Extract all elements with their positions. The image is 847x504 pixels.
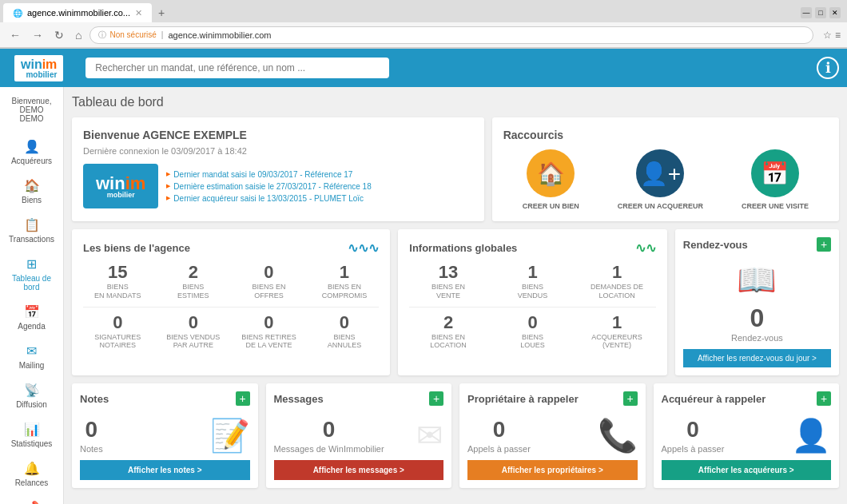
rdv-show-button[interactable]: Afficher les rendez-vous du jour > [683, 349, 831, 367]
infos-title: Informations globales ∿∿ [409, 240, 656, 256]
sidebar-item-biens[interactable]: 🏠 Biens [0, 172, 63, 211]
stat-demandes-location: 1 DEMANDES DELOCATION [578, 264, 656, 300]
logo-area: winim mobilier [8, 52, 70, 85]
acquereur-bg-icon: 👤 [791, 417, 831, 454]
biens-icon: 🏠 [24, 178, 40, 193]
window-controls: — □ ✕ [801, 7, 844, 18]
shortcut-icon-bien: 🏠 [527, 149, 575, 197]
stat-annules: 0 BIENSANNULES [310, 314, 380, 351]
acquereur-show-button[interactable]: Afficher les acquéreurs > [662, 460, 832, 480]
sidebar-item-pige[interactable]: 📌 Pige [0, 494, 63, 504]
shortcut-label-acquereur: CREER UN ACQUEREUR [618, 202, 703, 210]
sidebar-item-relances[interactable]: 🔔 Relances [0, 454, 63, 494]
proprietaire-add-button[interactable]: + [623, 391, 638, 406]
forward-button[interactable]: → [29, 27, 46, 43]
stat-biens-location: 2 BIENS ENLOCATION [409, 314, 487, 351]
stat-biens-vendus: 1 BIENSVENDUS [494, 264, 572, 300]
sidebar-item-acquereurs[interactable]: 👤 Acquéreurs [0, 133, 63, 172]
logo-immo: mobilier [21, 70, 57, 79]
stat-biens-offres: 0 BIENS ENOFFRES [234, 264, 304, 300]
sidebar-item-agenda[interactable]: 📅 Agenda [0, 298, 63, 337]
sidebar-item-mailing[interactable]: ✉ Mailing [0, 337, 63, 376]
messages-show-button[interactable]: Afficher les messages > [274, 460, 444, 480]
proprietaire-number: 0 [467, 417, 531, 442]
acquereur-header: Acquéreur à rappeler + [662, 391, 832, 406]
sidebar-label-mailing: Mailing [19, 361, 45, 370]
notes-bg-icon: 📝 [210, 417, 250, 454]
notes-card: Notes + 0 Notes 📝 Afficher les notes > [72, 383, 258, 488]
diffusion-icon: 📡 [24, 383, 40, 398]
stat-biens-mandats: 15 BIENSEN MANDATS [83, 264, 153, 300]
sidebar-item-statistiques[interactable]: 📊 Statistiques [0, 415, 63, 454]
info-button[interactable]: ℹ [817, 57, 839, 79]
messages-title: Messages [274, 393, 324, 405]
reload-button[interactable]: ↻ [51, 27, 67, 43]
acquereurs-icon: 👤 [24, 139, 40, 154]
back-button[interactable]: ← [6, 27, 24, 43]
acquereur-card: Acquéreur à rappeler + 0 Appels à passer… [654, 383, 840, 488]
shortcut-icon-acquereur: 👤+ [636, 149, 684, 197]
stat-biens-vente: 13 BIENS ENVENTE [409, 264, 487, 300]
infos-stats-row2: 2 BIENS ENLOCATION 0 BIENSLOUES 1 ACQUER… [409, 314, 656, 351]
shortcut-creer-acquereur[interactable]: 👤+ CREER UN ACQUEREUR [618, 149, 703, 210]
rdv-card: Rendez-vous + 📖 0 Rendez-vous Afficher l… [675, 229, 839, 375]
rdv-label: Rendez-vous [683, 333, 831, 343]
notes-show-button[interactable]: Afficher les notes > [80, 460, 250, 480]
stats-row: Les biens de l'agence ∿∿∿ 15 BIENSEN MAN… [72, 229, 839, 375]
url-bar[interactable]: ⓘ Non sécurisé | agence.winimmobilier.co… [89, 26, 813, 44]
proprietaire-header: Propriétaire à rappeler + [467, 391, 638, 406]
active-tab[interactable]: 🌐 agence.winimmobilier.co... ✕ [3, 3, 152, 22]
sidebar-item-tableau-de-bord[interactable]: ⊞ Tableau de bord [0, 250, 63, 298]
close-button[interactable]: ✕ [829, 7, 841, 18]
minimize-button[interactable]: — [801, 7, 812, 18]
sidebar-label-statistiques: Statistiques [11, 439, 53, 448]
messages-header: Messages + [274, 391, 444, 406]
recent-link-2[interactable]: Dernière estimation saisie le 27/03/2017… [166, 182, 371, 191]
notes-label: Notes [80, 444, 103, 454]
new-tab-button[interactable]: + [152, 3, 171, 22]
sidebar-item-diffusion[interactable]: 📡 Diffusion [0, 376, 63, 415]
shortcut-creer-visite[interactable]: 📅 CREER UNE VISITE [742, 149, 809, 210]
url-protocol: Non sécurisé [109, 30, 156, 39]
rdv-icon: 📖 [683, 261, 831, 299]
main-layout: 👥 Bienvenue, DEMODEMO 👤 Acquéreurs 🏠 Bie… [0, 87, 847, 504]
messages-label: Messages de WinImmobilier [274, 444, 384, 454]
shortcut-creer-bien[interactable]: 🏠 CREER UN BIEN [523, 149, 579, 210]
logo-win: winim [21, 58, 57, 72]
user-greeting: Bienvenue, DEMODEMO [0, 97, 63, 123]
logo-box: winim mobilier [14, 55, 63, 81]
notes-header: Notes + [80, 391, 250, 406]
notes-add-button[interactable]: + [236, 391, 250, 406]
recent-link-3[interactable]: Dernier acquéreur saisi le 13/03/2015 - … [166, 194, 371, 203]
settings-icon[interactable]: ≡ [835, 30, 841, 41]
maximize-button[interactable]: □ [815, 7, 826, 18]
welcome-title: Bienvenue AGENCE EXEMPLE [83, 129, 473, 141]
nav-icons: ☆ ≡ [823, 30, 841, 41]
home-button[interactable]: ⌂ [72, 27, 85, 43]
acquereur-add-button[interactable]: + [817, 391, 831, 406]
sidebar-label-relances: Relances [15, 478, 49, 487]
last-login: Dernière connexion le 03/09/2017 à 18:42 [83, 146, 473, 156]
statistiques-icon: 📊 [24, 422, 40, 437]
shortcut-label-bien: CREER UN BIEN [523, 202, 579, 210]
infos-card: Informations globales ∿∿ 13 BIENS ENVENT… [398, 229, 667, 375]
mailing-icon: ✉ [26, 343, 37, 359]
bookmark-icon[interactable]: ☆ [823, 30, 832, 41]
search-input[interactable] [85, 58, 389, 78]
messages-number: 0 [274, 417, 384, 442]
stat-vendus-autre: 0 BIENS VENDUSPAR AUTRE [159, 314, 229, 351]
nav-bar: ← → ↻ ⌂ ⓘ Non sécurisé | agence.winimmob… [0, 22, 847, 48]
tab-close-icon[interactable]: ✕ [135, 8, 142, 18]
proprietaire-show-button[interactable]: Afficher les propriétaires > [467, 460, 638, 480]
recent-link-1[interactable]: Dernier mandat saisi le 09/03/2017 - Réf… [166, 170, 371, 179]
welcome-card: Bienvenue AGENCE EXEMPLE Dernière connex… [72, 117, 484, 221]
welcome-body: winim mobilier Dernier mandat saisi le 0… [83, 164, 473, 208]
messages-add-button[interactable]: + [429, 391, 443, 406]
content-area: Tableau de bord Bienvenue AGENCE EXEMPLE… [64, 87, 847, 504]
transactions-icon: 📋 [24, 217, 40, 232]
sidebar-item-transactions[interactable]: 📋 Transactions [0, 211, 63, 250]
rdv-add-button[interactable]: + [817, 237, 831, 252]
tab-bar: 🌐 agence.winimmobilier.co... ✕ + — □ ✕ [0, 0, 847, 22]
top-header: winim mobilier ℹ [0, 49, 847, 87]
sidebar-label-transactions: Transactions [9, 235, 54, 244]
